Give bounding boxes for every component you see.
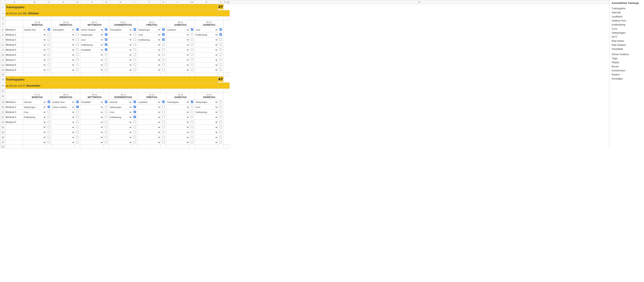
- sidebar-item[interactable]: Pilates: [612, 60, 642, 64]
- workout-checkbox[interactable]: [48, 101, 50, 103]
- training-select[interactable]: TrainingsfreiIntervallLaufbandOutdoor Ru…: [80, 106, 103, 108]
- workout-checkbox[interactable]: [105, 116, 108, 118]
- training-select[interactable]: TrainingsfreiIntervallLaufbandOutdoor Ru…: [166, 48, 189, 51]
- training-select[interactable]: TrainingsfreiIntervallLaufbandOutdoor Ru…: [80, 33, 103, 36]
- training-select[interactable]: TrainingsfreiIntervallLaufbandOutdoor Ru…: [195, 33, 218, 36]
- workout-checkbox[interactable]: [48, 106, 50, 108]
- sidebar-item[interactable]: Rudern: [612, 72, 642, 77]
- training-select[interactable]: TrainingsfreiIntervallLaufbandOutdoor Ru…: [138, 53, 160, 56]
- workout-checkbox[interactable]: [162, 126, 165, 128]
- training-select[interactable]: TrainingsfreiIntervallLaufbandOutdoor Ru…: [109, 116, 132, 119]
- workout-checkbox[interactable]: [105, 28, 108, 31]
- sidebar-item[interactable]: Rad Outdoor: [612, 43, 642, 47]
- training-select[interactable]: TrainingsfreiIntervallLaufbandOutdoor Ru…: [166, 64, 189, 66]
- workout-checkbox[interactable]: [48, 63, 50, 66]
- workout-checkbox[interactable]: [48, 111, 50, 113]
- training-select[interactable]: TrainingsfreiIntervallLaufbandOutdoor Ru…: [52, 101, 75, 103]
- workout-checkbox[interactable]: [162, 33, 165, 36]
- training-select[interactable]: TrainingsfreiIntervallLaufbandOutdoor Ru…: [80, 48, 103, 51]
- training-select[interactable]: TrainingsfreiIntervallLaufbandOutdoor Ru…: [80, 53, 103, 56]
- workout-checkbox[interactable]: [105, 38, 108, 41]
- training-select[interactable]: TrainingsfreiIntervallLaufbandOutdoor Ru…: [23, 53, 46, 56]
- training-select[interactable]: TrainingsfreiIntervallLaufbandOutdoor Ru…: [195, 53, 218, 56]
- training-select[interactable]: TrainingsfreiIntervallLaufbandOutdoor Ru…: [52, 116, 75, 119]
- training-select[interactable]: TrainingsfreiIntervallLaufbandOutdoor Ru…: [109, 28, 132, 31]
- sidebar-item[interactable]: Laufband: [612, 14, 642, 18]
- workout-checkbox[interactable]: [134, 121, 136, 123]
- workout-checkbox[interactable]: [191, 58, 193, 61]
- training-select[interactable]: TrainingsfreiIntervallLaufbandOutdoor Ru…: [166, 101, 189, 103]
- workout-checkbox[interactable]: [76, 38, 79, 41]
- workout-checkbox[interactable]: [76, 63, 79, 66]
- workout-checkbox[interactable]: [134, 63, 136, 66]
- workout-checkbox[interactable]: [191, 101, 193, 103]
- training-select[interactable]: TrainingsfreiIntervallLaufbandOutdoor Ru…: [195, 28, 218, 31]
- workout-checkbox[interactable]: [48, 141, 50, 143]
- workout-checkbox[interactable]: [48, 33, 50, 36]
- workout-checkbox[interactable]: [220, 136, 222, 138]
- training-select[interactable]: TrainingsfreiIntervallLaufbandOutdoor Ru…: [52, 131, 75, 134]
- workout-checkbox[interactable]: [191, 28, 193, 31]
- workout-checkbox[interactable]: [76, 48, 79, 51]
- training-select[interactable]: TrainingsfreiIntervallLaufbandOutdoor Ru…: [166, 111, 189, 114]
- workout-checkbox[interactable]: [162, 38, 165, 41]
- training-select[interactable]: TrainingsfreiIntervallLaufbandOutdoor Ru…: [52, 121, 75, 124]
- workout-checkbox[interactable]: [48, 116, 50, 118]
- workout-checkbox[interactable]: [105, 141, 108, 143]
- training-select[interactable]: TrainingsfreiIntervallLaufbandOutdoor Ru…: [138, 141, 160, 144]
- training-select[interactable]: TrainingsfreiIntervallLaufbandOutdoor Ru…: [195, 38, 218, 41]
- sidebar-item[interactable]: Gehen Outdoor: [612, 52, 642, 56]
- training-select[interactable]: TrainingsfreiIntervallLaufbandOutdoor Ru…: [80, 141, 103, 144]
- workout-checkbox[interactable]: [191, 111, 193, 113]
- training-select[interactable]: TrainingsfreiIntervallLaufbandOutdoor Ru…: [23, 48, 46, 51]
- workout-checkbox[interactable]: [134, 131, 136, 133]
- workout-checkbox[interactable]: [48, 53, 50, 56]
- training-select[interactable]: TrainingsfreiIntervallLaufbandOutdoor Ru…: [52, 53, 75, 56]
- training-select[interactable]: TrainingsfreiIntervallLaufbandOutdoor Ru…: [23, 69, 46, 71]
- workout-checkbox[interactable]: [48, 136, 50, 138]
- training-select[interactable]: TrainingsfreiIntervallLaufbandOutdoor Ru…: [166, 33, 189, 36]
- training-select[interactable]: TrainingsfreiIntervallLaufbandOutdoor Ru…: [166, 121, 189, 124]
- workout-checkbox[interactable]: [220, 28, 222, 31]
- workout-checkbox[interactable]: [162, 111, 165, 113]
- workout-checkbox[interactable]: [134, 43, 136, 46]
- training-select[interactable]: TrainingsfreiIntervallLaufbandOutdoor Ru…: [23, 59, 46, 61]
- training-select[interactable]: TrainingsfreiIntervallLaufbandOutdoor Ru…: [52, 136, 75, 139]
- workout-checkbox[interactable]: [105, 101, 108, 103]
- training-select[interactable]: TrainingsfreiIntervallLaufbandOutdoor Ru…: [138, 69, 160, 71]
- training-select[interactable]: TrainingsfreiIntervallLaufbandOutdoor Ru…: [52, 28, 75, 31]
- workout-checkbox[interactable]: [76, 111, 79, 113]
- training-select[interactable]: TrainingsfreiIntervallLaufbandOutdoor Ru…: [23, 131, 46, 134]
- workout-checkbox[interactable]: [76, 28, 79, 31]
- workout-checkbox[interactable]: [134, 48, 136, 51]
- workout-checkbox[interactable]: [105, 126, 108, 128]
- workout-checkbox[interactable]: [105, 131, 108, 133]
- training-select[interactable]: TrainingsfreiIntervallLaufbandOutdoor Ru…: [109, 33, 132, 36]
- workout-checkbox[interactable]: [191, 43, 193, 46]
- training-select[interactable]: TrainingsfreiIntervallLaufbandOutdoor Ru…: [109, 43, 132, 46]
- training-select[interactable]: TrainingsfreiIntervallLaufbandOutdoor Ru…: [138, 59, 160, 61]
- training-select[interactable]: TrainingsfreiIntervallLaufbandOutdoor Ru…: [195, 131, 218, 134]
- training-select[interactable]: TrainingsfreiIntervallLaufbandOutdoor Ru…: [23, 121, 46, 124]
- workout-checkbox[interactable]: [134, 58, 136, 61]
- training-select[interactable]: TrainingsfreiIntervallLaufbandOutdoor Ru…: [23, 38, 46, 41]
- workout-checkbox[interactable]: [220, 141, 222, 143]
- workout-checkbox[interactable]: [191, 63, 193, 66]
- training-select[interactable]: TrainingsfreiIntervallLaufbandOutdoor Ru…: [80, 126, 103, 129]
- workout-checkbox[interactable]: [162, 121, 165, 123]
- workout-checkbox[interactable]: [191, 136, 193, 138]
- sidebar-item[interactable]: Krafttraining: [612, 23, 642, 27]
- training-select[interactable]: TrainingsfreiIntervallLaufbandOutdoor Ru…: [109, 101, 132, 103]
- training-select[interactable]: TrainingsfreiIntervallLaufbandOutdoor Ru…: [166, 131, 189, 134]
- training-select[interactable]: TrainingsfreiIntervallLaufbandOutdoor Ru…: [166, 106, 189, 108]
- training-select[interactable]: TrainingsfreiIntervallLaufbandOutdoor Ru…: [109, 136, 132, 139]
- workout-checkbox[interactable]: [162, 131, 165, 133]
- workout-checkbox[interactable]: [220, 43, 222, 46]
- training-select[interactable]: TrainingsfreiIntervallLaufbandOutdoor Ru…: [109, 48, 132, 51]
- sidebar-item[interactable]: Outdoor Run: [612, 18, 642, 23]
- workout-checkbox[interactable]: [134, 53, 136, 56]
- workout-checkbox[interactable]: [220, 33, 222, 36]
- training-select[interactable]: TrainingsfreiIntervallLaufbandOutdoor Ru…: [166, 38, 189, 41]
- training-select[interactable]: TrainingsfreiIntervallLaufbandOutdoor Ru…: [138, 43, 160, 46]
- training-select[interactable]: TrainingsfreiIntervallLaufbandOutdoor Ru…: [166, 43, 189, 46]
